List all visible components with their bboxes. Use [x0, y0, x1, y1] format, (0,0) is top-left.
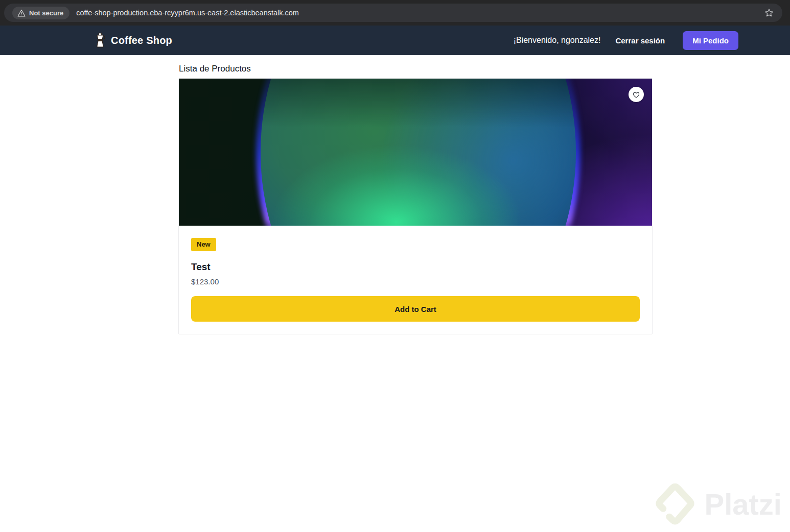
- platzi-diamond-icon: [655, 482, 695, 527]
- brand[interactable]: Coffee Shop: [94, 32, 172, 49]
- favorite-button[interactable]: [629, 87, 644, 102]
- orb-graphic: [261, 79, 576, 226]
- browser-chrome-bar: Not secure coffe-shop-production.eba-rcy…: [0, 0, 790, 26]
- watermark-brand-text: Platzi: [705, 490, 782, 519]
- products-section: Lista de Productos New Test $123.00 Add …: [178, 64, 653, 334]
- security-chip[interactable]: Not secure: [12, 7, 69, 19]
- warning-triangle-icon: [17, 9, 26, 17]
- star-outline-icon: [764, 8, 774, 18]
- product-card: New Test $123.00 Add to Cart: [178, 78, 653, 334]
- heart-outline-icon: [632, 91, 640, 99]
- navbar-right: ¡Bienvenido, ngonzalez! Cerrar sesión Mi…: [514, 31, 738, 50]
- logout-button[interactable]: Cerrar sesión: [612, 36, 668, 45]
- product-title: Test: [191, 261, 640, 273]
- security-chip-label: Not secure: [29, 9, 63, 17]
- address-bar[interactable]: Not secure coffe-shop-production.eba-rcy…: [4, 4, 782, 22]
- my-order-button[interactable]: Mi Pedido: [683, 31, 738, 50]
- platzi-watermark: Platzi: [655, 482, 782, 527]
- page-title: Lista de Productos: [179, 64, 653, 74]
- new-badge: New: [191, 238, 216, 251]
- url-text[interactable]: coffe-shop-production.eba-rcyypr6m.us-ea…: [76, 9, 299, 17]
- product-image: [179, 79, 652, 226]
- app-navbar: Coffee Shop ¡Bienvenido, ngonzalez! Cerr…: [0, 26, 790, 55]
- add-to-cart-button[interactable]: Add to Cart: [191, 296, 640, 322]
- bookmark-button[interactable]: [764, 8, 774, 18]
- product-card-body: New Test $123.00 Add to Cart: [179, 226, 652, 334]
- brand-label: Coffee Shop: [111, 35, 172, 46]
- welcome-text: ¡Bienvenido, ngonzalez!: [514, 36, 601, 45]
- moka-pot-icon: [94, 32, 106, 49]
- product-price: $123.00: [191, 277, 640, 286]
